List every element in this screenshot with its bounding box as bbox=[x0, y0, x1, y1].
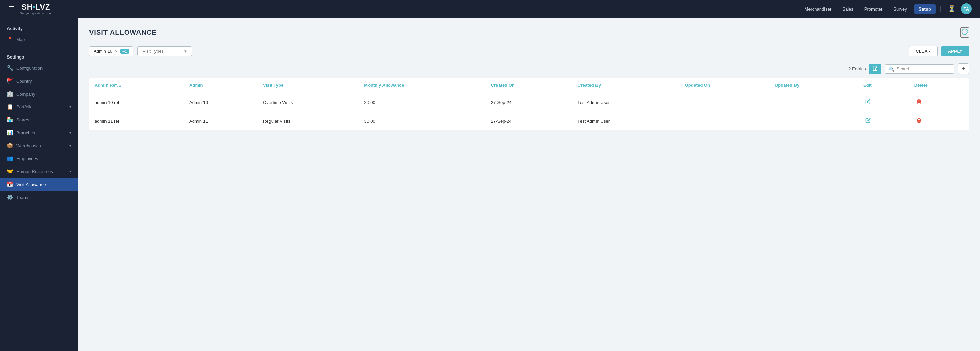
add-button[interactable]: + bbox=[958, 63, 969, 75]
branches-icon: 📊 bbox=[7, 130, 13, 136]
nav-divider: | bbox=[939, 6, 943, 12]
sidebar-item-visit-allowance[interactable]: 📅 Visit Allowance bbox=[0, 178, 78, 191]
top-nav: ☰ SH▪LVZ Get your goods in order Merchan… bbox=[0, 0, 980, 18]
sidebar-item-configuration[interactable]: 🔧 Configuration bbox=[0, 62, 78, 75]
cell-visit-type-1: Regular Visits bbox=[258, 112, 359, 130]
admin-filter-chip[interactable]: Admin 10 × +1 bbox=[89, 46, 134, 56]
filter-actions: CLEAR APPLY bbox=[908, 46, 969, 56]
table-row: admin 10 ref Admin 10 Overtime Visits 20… bbox=[89, 93, 969, 112]
cell-admin-ref-1: admin 11 ref bbox=[89, 112, 184, 130]
sidebar-label-configuration: Configuration bbox=[16, 66, 43, 71]
search-box: 🔍 bbox=[885, 64, 955, 74]
sidebar-item-teams[interactable]: ⚙️ Teams bbox=[0, 191, 78, 204]
avatar[interactable]: TA bbox=[961, 3, 972, 14]
hourglass-icon[interactable]: ⏳ bbox=[945, 4, 958, 14]
col-admin: Admin bbox=[184, 78, 258, 93]
sidebar-item-warehouses[interactable]: 📦 Warehouses ▾ bbox=[0, 139, 78, 152]
logo-tagline: Get your goods in order bbox=[20, 11, 52, 15]
hamburger-menu[interactable]: ☰ bbox=[8, 5, 14, 13]
logo: SH▪LVZ Get your goods in order bbox=[20, 3, 52, 15]
sidebar-label-country: Country bbox=[16, 79, 32, 84]
sidebar-item-country[interactable]: 🚩 Country bbox=[0, 75, 78, 87]
delete-button-1[interactable] bbox=[914, 117, 924, 125]
cell-updated-on-1 bbox=[679, 112, 769, 130]
cell-updated-on-0 bbox=[679, 93, 769, 112]
configuration-icon: 🔧 bbox=[7, 65, 13, 71]
cell-created-on-1: 27-Sep-24 bbox=[485, 112, 572, 130]
sidebar-item-branches[interactable]: 📊 Branches ▾ bbox=[0, 126, 78, 139]
sidebar-label-company: Company bbox=[16, 92, 35, 97]
sidebar-label-stores: Stores bbox=[16, 118, 29, 122]
sidebar-label-warehouses: Warehouses bbox=[16, 143, 41, 148]
activity-section-label: Activity bbox=[0, 22, 78, 33]
refresh-button[interactable] bbox=[960, 27, 969, 38]
cell-edit-0 bbox=[858, 93, 909, 112]
table-body: admin 10 ref Admin 10 Overtime Visits 20… bbox=[89, 93, 969, 130]
logo-text: SH▪LVZ bbox=[21, 3, 50, 11]
filter-bar: Admin 10 × +1 Visit Types ▾ CLEAR APPLY bbox=[89, 46, 969, 56]
company-icon: 🏢 bbox=[7, 91, 13, 97]
sidebar-label-hr: Human Resources bbox=[16, 169, 53, 174]
cell-visit-type-0: Overtime Visits bbox=[258, 93, 359, 112]
nav-promoter[interactable]: Promoter bbox=[860, 5, 886, 14]
sidebar-item-employees[interactable]: 👥 Employees bbox=[0, 152, 78, 165]
hr-chevron: ▾ bbox=[69, 169, 72, 174]
edit-button-1[interactable] bbox=[863, 117, 873, 125]
cell-admin-0: Admin 10 bbox=[184, 93, 258, 112]
cell-updated-by-1 bbox=[769, 112, 858, 130]
map-icon: 📍 bbox=[7, 37, 13, 43]
cell-admin-ref-0: admin 10 ref bbox=[89, 93, 184, 112]
delete-button-0[interactable] bbox=[914, 98, 924, 107]
cell-monthly-allowance-0: 20:00 bbox=[359, 93, 485, 112]
nav-left: ☰ SH▪LVZ Get your goods in order bbox=[8, 3, 52, 15]
edit-button-0[interactable] bbox=[863, 98, 873, 107]
cell-admin-1: Admin 11 bbox=[184, 112, 258, 130]
nav-setup[interactable]: Setup bbox=[914, 5, 936, 14]
chip-expand-button[interactable]: +1 bbox=[121, 49, 129, 54]
sidebar-label-portfolio: Portfolio bbox=[16, 105, 33, 110]
data-table: Admin Ref. # Admin Visit Type Monthly Al… bbox=[89, 78, 969, 130]
cell-monthly-allowance-1: 30:00 bbox=[359, 112, 485, 130]
country-icon: 🚩 bbox=[7, 78, 13, 84]
sidebar-item-map[interactable]: 📍 Map bbox=[0, 33, 78, 46]
main-layout: Activity 📍 Map Settings 🔧 Configuration … bbox=[0, 18, 980, 351]
sidebar: Activity 📍 Map Settings 🔧 Configuration … bbox=[0, 18, 78, 351]
col-visit-type: Visit Type bbox=[258, 78, 359, 93]
table-row: admin 11 ref Admin 11 Regular Visits 30:… bbox=[89, 112, 969, 130]
visit-types-label: Visit Types bbox=[143, 49, 164, 54]
sidebar-item-portfolio[interactable]: 📋 Portfolio ▾ bbox=[0, 100, 78, 113]
sidebar-label-teams: Teams bbox=[16, 195, 29, 200]
employees-icon: 👥 bbox=[7, 156, 13, 162]
cell-edit-1 bbox=[858, 112, 909, 130]
page-header: VISIT ALLOWANCE bbox=[89, 27, 969, 38]
main-content: VISIT ALLOWANCE Admin 10 × +1 Visit Type… bbox=[78, 18, 980, 351]
sidebar-item-human-resources[interactable]: 🤝 Human Resources ▾ bbox=[0, 165, 78, 178]
settings-section-label: Settings bbox=[0, 50, 78, 62]
clear-button[interactable]: CLEAR bbox=[908, 46, 937, 56]
search-input[interactable] bbox=[896, 66, 951, 71]
cell-delete-1 bbox=[909, 112, 969, 130]
chip-label: Admin 10 bbox=[94, 49, 112, 54]
cell-delete-0 bbox=[909, 93, 969, 112]
apply-button[interactable]: APPLY bbox=[941, 46, 969, 56]
page-title: VISIT ALLOWANCE bbox=[89, 29, 157, 37]
export-button[interactable] bbox=[869, 64, 881, 74]
sidebar-item-company[interactable]: 🏢 Company bbox=[0, 87, 78, 100]
teams-icon: ⚙️ bbox=[7, 194, 13, 200]
nav-merchandiser[interactable]: Merchandiser bbox=[800, 5, 835, 14]
nav-sales[interactable]: Sales bbox=[838, 5, 858, 14]
entries-count: 2 Entries bbox=[848, 66, 865, 71]
cell-created-on-0: 27-Sep-24 bbox=[485, 93, 572, 112]
sidebar-label-visit-allowance: Visit Allowance bbox=[16, 182, 46, 187]
sidebar-item-stores[interactable]: 🏪 Stores bbox=[0, 113, 78, 126]
portfolio-icon: 📋 bbox=[7, 104, 13, 110]
cell-created-by-1: Test Admin User bbox=[572, 112, 679, 130]
cell-created-by-0: Test Admin User bbox=[572, 93, 679, 112]
sidebar-label-branches: Branches bbox=[16, 130, 35, 135]
chip-remove-button[interactable]: × bbox=[115, 49, 118, 54]
nav-survey[interactable]: Survey bbox=[889, 5, 911, 14]
hr-icon: 🤝 bbox=[7, 168, 13, 175]
col-admin-ref: Admin Ref. # bbox=[89, 78, 184, 93]
portfolio-chevron: ▾ bbox=[69, 105, 72, 109]
visit-types-dropdown[interactable]: Visit Types ▾ bbox=[137, 46, 192, 56]
